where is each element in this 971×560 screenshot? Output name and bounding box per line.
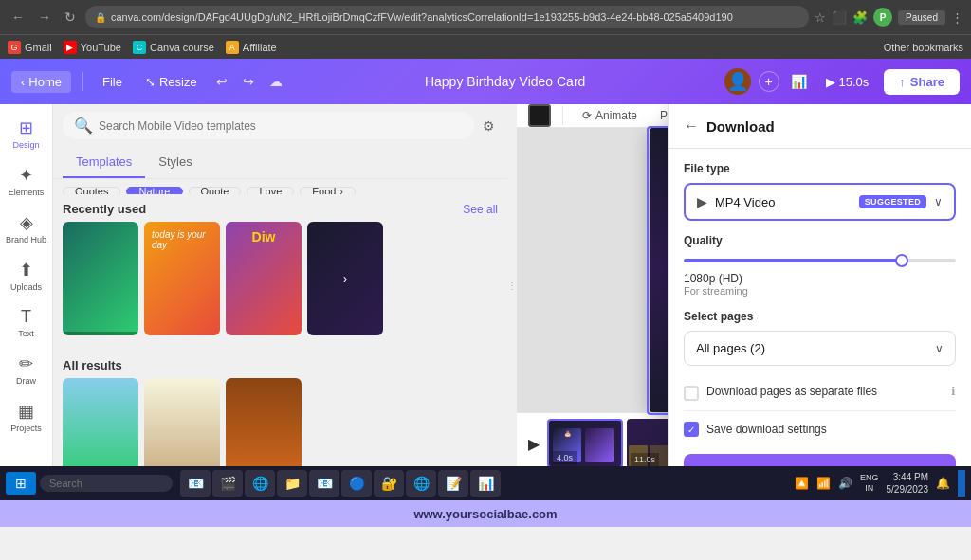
redo-button[interactable]: ↪ [239, 70, 258, 93]
show-desktop-button[interactable] [958, 470, 965, 497]
sidebar-item-projects[interactable]: ▦ Projects [2, 395, 51, 439]
bookmark-youtube[interactable]: ▶ YouTube [64, 41, 121, 54]
taskbar-app-mail[interactable]: 📧 [180, 470, 211, 497]
file-type-dropdown[interactable]: ▶ MP4 Video SUGGESTED ∨ [684, 183, 956, 221]
panel-title: Download [706, 118, 775, 135]
youtube-favicon: ▶ [64, 41, 77, 54]
reload-button[interactable]: ↻ [61, 8, 80, 27]
resize-divider[interactable]: ⋮ [507, 104, 517, 466]
user-avatar[interactable]: 👤 [724, 68, 751, 95]
design-label: Design [12, 140, 39, 150]
template-thumb-3[interactable]: Diw [226, 222, 302, 335]
taskbar-app-blue[interactable]: 🔵 [341, 470, 372, 497]
taskbar-app-mail2[interactable]: 📧 [309, 470, 339, 497]
volume-icon[interactable]: 🔊 [838, 477, 852, 490]
sidebar-item-draw[interactable]: ✏ Draw [2, 348, 51, 391]
app-container: ‹ Home File ⤡ Resize ↩ ↪ ☁ Happy Birthda… [0, 59, 971, 466]
affiliate-label: Affiliate [243, 42, 277, 53]
chip-quotes[interactable]: Quotes [63, 187, 120, 194]
network-icon[interactable]: 📶 [816, 477, 831, 490]
date-value: 5/29/2023 [887, 483, 929, 496]
filter-chips: Quotes Nature Quote Love Food › [53, 179, 507, 194]
extension-btn[interactable]: ⬛ [832, 10, 847, 25]
animate-button[interactable]: ⟳ Animate [575, 105, 645, 126]
sidebar-item-brandhub[interactable]: ◈ Brand Hub [2, 207, 51, 250]
chip-love[interactable]: Love [247, 187, 294, 194]
template-thumb-2[interactable]: today is your day [144, 222, 220, 335]
affiliate-favicon: A [226, 41, 239, 54]
pages-dropdown[interactable]: All pages (2) ∨ [684, 331, 956, 366]
play-button[interactable]: ▶ [528, 435, 540, 453]
chip-food[interactable]: Food › [300, 187, 355, 194]
forward-button[interactable]: → [34, 8, 55, 27]
notification-bell-icon[interactable]: 🔔 [936, 477, 950, 490]
windows-icon: ⊞ [15, 476, 27, 491]
start-button[interactable]: ⊞ [6, 472, 36, 495]
timeline-segment-1[interactable]: 🎂 4.0s [547, 419, 623, 466]
filter-button[interactable]: ⚙ [480, 116, 498, 136]
result-thumb-2[interactable] [144, 378, 220, 466]
bookmark-btn[interactable]: ☆ [815, 10, 826, 25]
url-bar[interactable]: 🔒 canva.com/design/DAFgd4UUgDg/uN2_HRfLo… [85, 6, 809, 28]
elements-icon: ✦ [19, 165, 33, 186]
undo-button[interactable]: ↩ [212, 70, 231, 93]
sidebar-item-design[interactable]: ⊞ Design [2, 112, 51, 155]
taskbar-app-security[interactable]: 🔐 [374, 470, 404, 497]
save-settings-label: Save download settings [706, 423, 827, 436]
template-thumb-4[interactable]: › [307, 222, 383, 335]
result-thumb-1[interactable] [63, 378, 138, 466]
quality-slider[interactable] [684, 259, 956, 262]
color-swatch[interactable] [528, 104, 551, 127]
thumb-text-2: today is your day [144, 222, 220, 258]
cloud-save-button[interactable]: ☁ [266, 70, 286, 93]
sidebar-item-text[interactable]: T Text [2, 301, 51, 344]
bookmark-affiliate[interactable]: A Affiliate [226, 41, 277, 54]
download-button[interactable]: Download [684, 454, 956, 466]
panel-back-button[interactable]: ← [684, 117, 699, 135]
see-all-button[interactable]: See all [463, 203, 498, 216]
add-collaborator-button[interactable]: + [759, 71, 779, 92]
taskbar-app-web[interactable]: 🌐 [406, 470, 436, 497]
chip-quote[interactable]: Quote [189, 187, 242, 194]
save-settings-checkbox[interactable]: ✓ [684, 422, 699, 437]
other-bookmarks[interactable]: Other bookmarks [884, 42, 963, 53]
system-tray-btn[interactable]: 🔼 [795, 477, 809, 490]
recently-used-header: Recently used See all [63, 194, 498, 222]
analytics-button[interactable]: 📊 [787, 70, 811, 93]
sidebar-item-elements[interactable]: ✦ Elements [2, 159, 51, 203]
recently-used-title: Recently used [63, 202, 146, 216]
sidebar-item-uploads[interactable]: ⬆ Uploads [2, 254, 51, 298]
download-panel: ← Download File type ▶ MP4 Video SUGGEST… [668, 104, 971, 466]
home-button[interactable]: ‹ Home [11, 71, 71, 93]
browser-profile[interactable]: P [873, 8, 892, 27]
taskbar-search-input[interactable] [40, 475, 173, 492]
search-wrap: 🔍 [63, 112, 474, 139]
file-menu-button[interactable]: File [95, 71, 130, 93]
menu-btn[interactable]: ⋮ [951, 10, 963, 25]
paused-button[interactable]: Paused [898, 10, 945, 25]
extension2-btn[interactable]: 🧩 [852, 10, 868, 25]
share-icon: ↑ [899, 75, 906, 89]
resize-button[interactable]: ⤡ Resize [137, 71, 205, 93]
taskbar-app-excel[interactable]: 📊 [470, 470, 501, 497]
template-grid: today is your day Diw › [63, 222, 498, 335]
taskbar-app-word[interactable]: 📝 [438, 470, 468, 497]
bookmark-canva[interactable]: C Canva course [133, 41, 214, 54]
share-button[interactable]: ↑ Share [884, 69, 960, 95]
template-thumb-1[interactable] [63, 222, 138, 335]
download-pages-checkbox[interactable] [684, 386, 699, 401]
quality-value: 1080p (HD) [684, 272, 956, 285]
result-thumb-3[interactable] [226, 378, 302, 466]
taskbar-app-video[interactable]: 🎬 [212, 470, 243, 497]
animate-icon: ⟳ [582, 109, 592, 122]
taskbar-app-browser[interactable]: 🌐 [245, 470, 275, 497]
search-input[interactable] [99, 119, 463, 133]
tab-templates[interactable]: Templates [63, 147, 145, 178]
duration-button[interactable]: ▶ 15.0s [818, 71, 877, 93]
tab-styles[interactable]: Styles [145, 147, 205, 178]
taskbar-app-files[interactable]: 📁 [277, 470, 307, 497]
bookmark-gmail[interactable]: G Gmail [8, 41, 52, 54]
chip-nature[interactable]: Nature [126, 187, 182, 194]
back-button[interactable]: ← [8, 8, 28, 27]
select-pages-label: Select pages [684, 310, 956, 323]
